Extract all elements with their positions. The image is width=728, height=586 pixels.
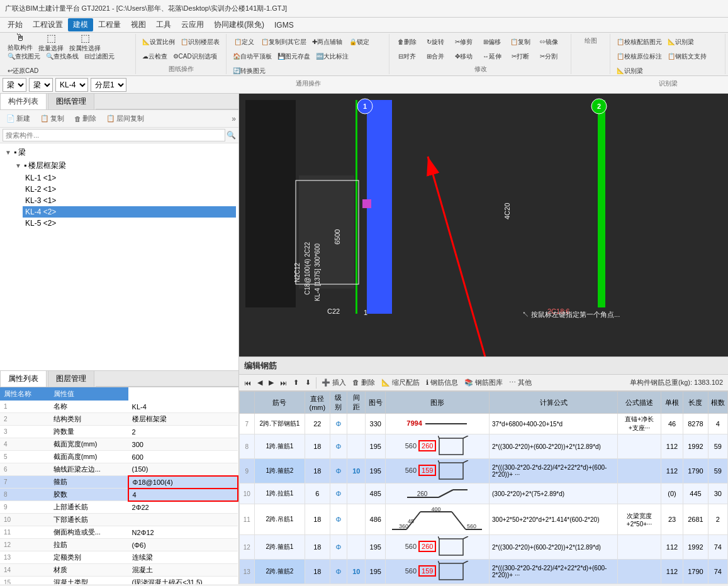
rebar-level[interactable]: Φ [330, 535, 347, 560]
move-btn[interactable]: ✥移动 [450, 50, 478, 64]
rebar-fig-num[interactable]: 195 [366, 560, 386, 584]
prop-value-cell[interactable]: Φ18@100(4) [128, 476, 238, 489]
rebar-fig-num[interactable]: 486 [366, 504, 386, 535]
menu-tools[interactable]: 工具 [151, 18, 176, 31]
rebar-spacing[interactable] [347, 535, 366, 560]
tab-layer-mgmt[interactable]: 图层管理 [48, 370, 94, 387]
rebar-name[interactable]: 2跨.箍筋2 [254, 560, 305, 584]
type-select[interactable]: 梁 [29, 78, 53, 92]
copy-btn[interactable]: 📋复制 [507, 35, 534, 49]
rebar-fig-num[interactable]: 195 [366, 434, 386, 459]
rebar-spacing[interactable] [347, 434, 366, 459]
delete-component-btn[interactable]: 🗑 删除 [70, 113, 100, 124]
cad-options-btn[interactable]: ⚙CAD识别选项 [171, 50, 220, 64]
scale-rebar-btn[interactable]: 📐 缩尺配筋 [379, 377, 422, 389]
tab-props-list[interactable]: 属性列表 [0, 370, 47, 387]
verify-rebar-btn[interactable]: 📋校核配筋图元 [614, 35, 664, 49]
extend-btn[interactable]: ↔延伸 [478, 50, 506, 64]
identify-floor-btn[interactable]: 📋识别楼层表 [178, 35, 222, 49]
canvas-viewport[interactable]: 1 2 6500 KL-4 [1375] 300*600 C18@100(4) … [239, 94, 728, 357]
prop-value-cell[interactable]: 300 [128, 438, 238, 451]
prop-value-cell[interactable]: N2Φ12 [128, 526, 238, 539]
nav-next-btn[interactable]: ▶ [266, 377, 276, 388]
copy-floor-btn[interactable]: 📋复制到其它层 [259, 35, 309, 49]
tab-drawing-mgmt[interactable]: 图纸管理 [48, 93, 94, 109]
nav-last-btn[interactable]: ⏭ [277, 378, 289, 388]
tree-item-kl5[interactable]: KL-5 <2> [23, 218, 236, 229]
menu-collab[interactable]: 协同建模(限免) [209, 18, 269, 31]
menu-project-settings[interactable]: 工程设置 [28, 18, 68, 31]
rebar-diameter[interactable]: 18 [305, 535, 330, 560]
split-btn[interactable]: ✂分割 [535, 50, 563, 64]
prop-value-cell[interactable] [128, 514, 238, 526]
nav-first-btn[interactable]: ⏮ [242, 378, 254, 388]
nav-up-btn[interactable]: ⬆ [291, 377, 301, 388]
rebar-fig-num[interactable]: 330 [366, 414, 386, 434]
save-elem-btn[interactable]: 💾图元存盘 [275, 50, 313, 64]
rebar-spacing[interactable] [347, 484, 366, 504]
prop-value-cell[interactable]: 600 [128, 451, 238, 463]
break-btn[interactable]: ✂打断 [507, 50, 534, 64]
rebar-level[interactable]: Φ [330, 414, 347, 434]
filter-btn[interactable]: ⊟过滤图元 [82, 50, 117, 64]
big-scale-btn[interactable]: 🔤大比标注 [313, 50, 351, 64]
rebar-diameter[interactable]: 18 [305, 459, 330, 484]
rebar-level[interactable]: Φ [330, 504, 347, 535]
tree-item-kl1[interactable]: KL-1 <1> [23, 172, 236, 184]
convert-elem-btn[interactable]: 🔄转换图元 [230, 64, 268, 78]
merge-btn[interactable]: ⊞合并 [422, 50, 449, 64]
tree-root-beam[interactable]: ▼ ▪ 梁 [3, 146, 236, 159]
copy-component-btn[interactable]: 📋 复制 [36, 113, 68, 124]
element-select[interactable]: KL-4 [55, 78, 88, 92]
verify-position-btn[interactable]: 📋校核原位标注 [614, 50, 664, 64]
rebar-diameter[interactable]: 18 [305, 560, 330, 584]
tab-component-list[interactable]: 构件列表 [0, 93, 47, 109]
menu-quantity[interactable]: 工程量 [93, 18, 126, 31]
set-scale-btn[interactable]: 📐设置比例 [140, 35, 177, 49]
lock-btn[interactable]: 🔒锁定 [345, 35, 373, 49]
tree-frame-beam-group[interactable]: ▼ ▪ 楼层框架梁 [13, 159, 236, 172]
rebar-spacing[interactable]: 10 [347, 560, 366, 584]
rebar-fig-num[interactable]: 195 [366, 535, 386, 560]
rebar-name[interactable]: 2跨.箍筋1 [254, 535, 305, 560]
search-input[interactable] [3, 129, 225, 141]
restore-cad-btn[interactable]: ↩还原CAD [5, 64, 41, 78]
prop-value-cell[interactable]: 2 [128, 426, 238, 438]
align-btn[interactable]: ⊟对齐 [393, 50, 421, 64]
trim-btn[interactable]: ✂修剪 [450, 35, 478, 49]
tree-item-kl2[interactable]: KL-2 <1> [23, 184, 236, 195]
pick-element-btn[interactable]: 🖱拾取构件 [5, 35, 35, 49]
rebar-level[interactable]: Φ [330, 459, 347, 484]
rebar-name[interactable]: 2跨.下部钢筋1 [254, 414, 305, 434]
tree-item-kl4[interactable]: KL-4 <2> [23, 206, 236, 218]
prop-value-cell[interactable]: (Φ6) [128, 539, 238, 551]
rebar-name[interactable]: 1跨.拉筋1 [254, 484, 305, 504]
delete-rebar-btn[interactable]: 🗑 删除 [350, 377, 378, 389]
prop-value-cell[interactable]: (150) [128, 463, 238, 476]
rebar-level[interactable]: Φ [330, 560, 347, 584]
auto-roof-btn[interactable]: 🏠自动平顶板 [230, 50, 274, 64]
two-point-btn[interactable]: ✚两点辅轴 [310, 35, 345, 49]
mirror-btn[interactable]: ⇔镜像 [535, 35, 563, 49]
insert-btn[interactable]: ➕ 插入 [319, 377, 349, 389]
category-select[interactable]: 梁 [3, 78, 26, 92]
define-btn[interactable]: 📋定义 [230, 35, 258, 49]
attr-select-btn[interactable]: ⬚按属性选择 [67, 35, 103, 49]
rebar-spacing[interactable]: 10 [347, 459, 366, 484]
rebar-spacing[interactable] [347, 414, 366, 434]
layer-select[interactable]: 分层1 [91, 78, 126, 92]
prop-value-cell[interactable]: (现浇混凝土碎石<31.5) [128, 577, 238, 585]
prop-value-cell[interactable]: 混凝土 [128, 564, 238, 577]
rebar-level[interactable]: Φ [330, 484, 347, 504]
delete-btn[interactable]: 🗑删除 [393, 35, 421, 49]
menu-cloud[interactable]: 云应用 [176, 18, 209, 31]
prop-value-cell[interactable]: 楼层框架梁 [128, 413, 238, 426]
rotate-btn[interactable]: ↻旋转 [422, 35, 449, 49]
rebar-diameter[interactable]: 18 [305, 504, 330, 535]
rebar-library-btn[interactable]: 📚 钢筋图库 [462, 377, 505, 389]
menu-view[interactable]: 视图 [126, 18, 151, 31]
rebar-name[interactable]: 1跨.箍筋2 [254, 459, 305, 484]
new-component-btn[interactable]: 📄 新建 [3, 113, 34, 124]
menu-igms[interactable]: IGMS [269, 19, 299, 31]
nav-down-btn[interactable]: ⬇ [303, 377, 313, 388]
